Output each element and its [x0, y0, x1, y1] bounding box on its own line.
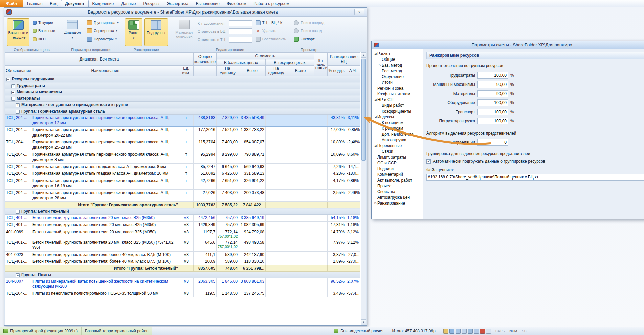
expand-arrow-icon[interactable]: ▷	[374, 201, 377, 205]
expand-arrow-icon[interactable]: ▷	[378, 64, 382, 67]
resource-row[interactable]: ТСЦ-204-...Горячекатаная арматурная стал…	[5, 177, 360, 189]
tc-equals-bc-k-button[interactable]: ТЦ = БЦ * К	[254, 19, 288, 26]
group-row[interactable]: −Группа: Плиты	[5, 271, 360, 278]
cutoff-field-input[interactable]	[477, 72, 508, 79]
resource-row[interactable]: ТСЦ-401-...Бетон тяжелый, крупность запо…	[5, 215, 360, 222]
expand-icon[interactable]: +	[11, 91, 15, 94]
stop-icon[interactable]	[480, 329, 485, 334]
resource-row[interactable]: ТСЦ-204-...Горячекатаная арматурная стал…	[5, 127, 360, 139]
tree-item[interactable]: ◢Расчет	[372, 51, 423, 56]
book-icon[interactable]	[468, 329, 473, 334]
group-row[interactable]: +Машины и механизмы	[5, 89, 360, 95]
summary-icon[interactable]	[449, 329, 454, 334]
tree-item[interactable]: К ресурсам	[372, 125, 423, 131]
calculator-icon[interactable]	[443, 329, 448, 334]
collapse-arrow-icon[interactable]: ◢	[374, 144, 377, 147]
resource-row[interactable]: 401-0069Бетон тяжелый, крупность заполни…	[5, 229, 360, 239]
expand-icon[interactable]: +	[11, 84, 15, 88]
price-file-input[interactable]	[426, 174, 644, 181]
tree-item[interactable]: ОС и ССР	[372, 160, 423, 166]
menu-tab[interactable]: Ресурсы	[140, 0, 163, 7]
menu-tab[interactable]: Выделение	[89, 0, 118, 7]
resource-row[interactable]: ТСЦ-204-...Горячекатаная арматурная стал…	[5, 170, 360, 177]
close-button[interactable]: ×	[354, 9, 364, 15]
collapse-icon[interactable]: −	[16, 110, 20, 114]
cutoff-field-input[interactable]	[477, 81, 508, 88]
search-back-button[interactable]: Поиск назад	[292, 27, 326, 34]
cost-tc-input[interactable]	[229, 37, 252, 43]
range-button[interactable]: Диапазон ▾	[61, 18, 84, 46]
correlation-input[interactable]	[477, 139, 508, 146]
menu-tab[interactable]: Документ	[61, 0, 88, 7]
collapse-arrow-icon[interactable]: ◢	[374, 98, 377, 101]
resource-row-selected[interactable]: ТСЦ-204-...Горячекатаная арматурная стал…	[5, 115, 360, 127]
tree-item[interactable]: К позициям	[372, 120, 423, 125]
sorting-menu-button[interactable]: Сортировка▾	[85, 27, 120, 34]
search-forward-button[interactable]: Поиск вперед	[292, 19, 326, 26]
resource-row[interactable]: ТСЦ-401-...Бетон тяжелый, крупность запо…	[5, 258, 360, 265]
resource-row[interactable]: ТСЦ-204-...Горячекатаная арматурная стал…	[5, 151, 360, 163]
tree-item[interactable]: ◢НР и СП	[372, 97, 423, 102]
base-prices-toggle[interactable]: Базисные	[31, 27, 57, 34]
tree-item[interactable]: Подписи	[372, 166, 423, 171]
group-row[interactable]: −Ресурсы подрядчика	[5, 76, 360, 82]
resource-row[interactable]: 401-0023Бетон тяжелый, крупность заполни…	[5, 251, 360, 258]
tree-item[interactable]: Регион и зона	[372, 85, 423, 91]
tree-item[interactable]: Акт выполн. работ	[372, 177, 423, 183]
tree-item[interactable]: Автозагрузка	[372, 137, 423, 143]
tree-item[interactable]: ▷Ранжирование	[372, 200, 423, 206]
menu-tab[interactable]: Данные	[117, 0, 139, 7]
cutoff-field-input[interactable]	[477, 99, 508, 106]
cost-bc-input[interactable]	[229, 28, 252, 34]
resource-row[interactable]: 104-0007Плиты из минеральной ваты: повыш…	[5, 278, 360, 290]
cutoff-field-input[interactable]	[477, 118, 508, 124]
resource-row[interactable]: ТСЦ-204-...Горячекатаная арматурная стал…	[5, 190, 360, 202]
tree-item[interactable]: ▷Баз. метод	[372, 62, 423, 68]
tree-item[interactable]: Связи	[372, 148, 423, 154]
export-button[interactable]: Экспорт	[292, 35, 326, 42]
resource-row[interactable]: ТСЦ-204-...Горячекатаная арматурная стал…	[5, 163, 360, 170]
tree-item[interactable]: Доп. начисления	[372, 131, 423, 137]
tree-item[interactable]: Итоги	[372, 79, 423, 85]
menu-tab[interactable]: Вид	[46, 0, 61, 7]
resource-row[interactable]: ТСЦ-401-...Бетон тяжелый, крупность запо…	[5, 239, 360, 251]
kt-udor-input[interactable]	[229, 20, 252, 26]
grouping-menu-button[interactable]: Группировка▾	[85, 19, 120, 26]
group-row[interactable]: −Группа: Горячекатаная арматурная сталь	[5, 108, 360, 115]
sheet-icon[interactable]	[456, 329, 461, 334]
tree-item[interactable]: Лимит. затраты	[372, 154, 423, 160]
menu-tab[interactable]: Выполнение	[192, 0, 223, 7]
base-and-current-prices-button[interactable]: Базисные и текущие	[7, 18, 29, 46]
total-row[interactable]: Итого "Группа: Бетон тяжелый"8357,605748…	[5, 265, 360, 271]
group-row[interactable]: −Группа: Бетон тяжелый	[5, 208, 360, 215]
tree-item[interactable]: Округление	[372, 74, 423, 79]
tree-item[interactable]: Рес. метод	[372, 68, 423, 74]
auto-load-grouping-checkbox[interactable]: ✓	[426, 159, 431, 164]
delete-button[interactable]: ×Удалить	[254, 27, 288, 34]
tree-item[interactable]: Коэффициенты	[372, 108, 423, 114]
total-row[interactable]: Итого "Группа: Горячекатаная арматурная …	[5, 202, 360, 208]
tree-item[interactable]: Комментарий	[372, 171, 423, 177]
tree-item[interactable]: ◢Переменные	[372, 143, 423, 148]
scroll-down-icon[interactable]: ▼	[361, 319, 366, 325]
document-icon[interactable]	[462, 329, 467, 334]
note-icon[interactable]	[486, 329, 491, 334]
scroll-thumb[interactable]	[361, 59, 366, 161]
parameters-menu-button[interactable]: Параметры▾	[85, 35, 120, 42]
resource-row[interactable]: ТСЦ-104-...Плиты из пенопласта полистиро…	[5, 290, 360, 297]
group-row[interactable]: +Трудозатраты	[5, 82, 360, 89]
collapse-icon[interactable]: −	[16, 210, 20, 214]
scroll-up-icon[interactable]: ▲	[361, 52, 366, 58]
menu-tab[interactable]: Экспертиза	[163, 0, 192, 7]
restore-button[interactable]: Восстановить	[254, 35, 288, 42]
group-row[interactable]: +Материалы - нет данных о принадлежности…	[5, 102, 360, 108]
table-icon[interactable]	[474, 329, 479, 334]
menu-tab[interactable]: Физобъем	[223, 0, 250, 7]
tree-item[interactable]: Прочее	[372, 183, 423, 189]
resource-row[interactable]: ТСЦ-204-...Горячекатаная арматурная стал…	[5, 139, 360, 151]
tree-item[interactable]: Свойства	[372, 189, 423, 194]
menu-tab[interactable]: Главная	[23, 0, 46, 7]
window-titlebar[interactable]: Ведомость ресурсов в документе - ShareFo…	[4, 8, 367, 17]
cutoff-field-input[interactable]	[477, 109, 508, 115]
dialog-titlebar[interactable]: Параметры сметы - ShareFolder XP\Для ран…	[372, 41, 644, 49]
